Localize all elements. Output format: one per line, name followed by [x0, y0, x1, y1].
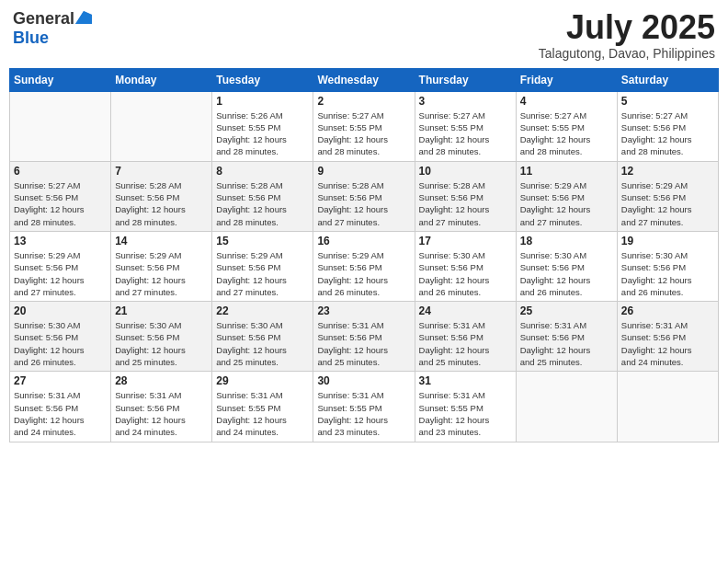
day-info: Sunrise: 5:30 AMSunset: 5:56 PMDaylight:…: [216, 319, 309, 368]
day-number: 22: [216, 304, 309, 317]
calendar-week-row: 1Sunrise: 5:26 AMSunset: 5:55 PMDaylight…: [10, 91, 719, 161]
day-info: Sunrise: 5:28 AMSunset: 5:56 PMDaylight:…: [317, 179, 410, 228]
day-number: 17: [419, 235, 512, 247]
table-row: 6Sunrise: 5:27 AMSunset: 5:56 PMDaylight…: [10, 161, 111, 231]
table-row: 28Sunrise: 5:31 AMSunset: 5:56 PMDayligh…: [111, 372, 212, 442]
table-row: 30Sunrise: 5:31 AMSunset: 5:55 PMDayligh…: [313, 372, 415, 442]
day-info: Sunrise: 5:31 AMSunset: 5:55 PMDaylight:…: [419, 389, 512, 438]
day-info: Sunrise: 5:31 AMSunset: 5:55 PMDaylight:…: [216, 389, 309, 438]
day-number: 4: [520, 95, 613, 108]
svg-marker-1: [75, 11, 92, 24]
logo-wordmark: General Blue: [13, 9, 92, 48]
day-info: Sunrise: 5:31 AMSunset: 5:55 PMDaylight:…: [317, 389, 410, 438]
day-info: Sunrise: 5:29 AMSunset: 5:56 PMDaylight:…: [216, 249, 309, 298]
col-friday: Friday: [516, 68, 617, 91]
day-number: 8: [216, 165, 309, 178]
month-year-title: July 2025: [539, 9, 715, 46]
day-info: Sunrise: 5:31 AMSunset: 5:56 PMDaylight:…: [115, 389, 208, 438]
day-info: Sunrise: 5:31 AMSunset: 5:56 PMDaylight:…: [520, 319, 613, 368]
day-number: 15: [216, 235, 309, 247]
day-info: Sunrise: 5:29 AMSunset: 5:56 PMDaylight:…: [115, 249, 208, 298]
day-number: 6: [14, 165, 107, 178]
day-number: 16: [317, 235, 410, 247]
title-block: July 2025 Talagutong, Davao, Philippines: [539, 9, 715, 61]
day-info: Sunrise: 5:29 AMSunset: 5:56 PMDaylight:…: [621, 179, 714, 228]
day-number: 19: [621, 235, 714, 247]
day-number: 18: [520, 235, 613, 247]
day-number: 2: [317, 95, 410, 108]
day-info: Sunrise: 5:31 AMSunset: 5:56 PMDaylight:…: [621, 319, 714, 368]
day-info: Sunrise: 5:31 AMSunset: 5:56 PMDaylight:…: [317, 319, 410, 368]
day-info: Sunrise: 5:27 AMSunset: 5:56 PMDaylight:…: [621, 109, 714, 158]
day-number: 13: [14, 235, 107, 247]
calendar-week-row: 13Sunrise: 5:29 AMSunset: 5:56 PMDayligh…: [10, 231, 719, 301]
day-info: Sunrise: 5:30 AMSunset: 5:56 PMDaylight:…: [419, 249, 512, 298]
table-row: 3Sunrise: 5:27 AMSunset: 5:55 PMDaylight…: [415, 91, 516, 161]
day-info: Sunrise: 5:28 AMSunset: 5:56 PMDaylight:…: [115, 179, 208, 228]
table-row: 24Sunrise: 5:31 AMSunset: 5:56 PMDayligh…: [415, 302, 516, 372]
day-info: Sunrise: 5:31 AMSunset: 5:56 PMDaylight:…: [419, 319, 512, 368]
col-tuesday: Tuesday: [212, 68, 313, 91]
day-info: Sunrise: 5:26 AMSunset: 5:55 PMDaylight:…: [216, 109, 309, 158]
day-number: 25: [520, 304, 613, 317]
day-number: 31: [419, 374, 512, 387]
day-number: 14: [115, 235, 208, 247]
table-row: 29Sunrise: 5:31 AMSunset: 5:55 PMDayligh…: [212, 372, 313, 442]
table-row: 5Sunrise: 5:27 AMSunset: 5:56 PMDaylight…: [617, 91, 718, 161]
day-info: Sunrise: 5:28 AMSunset: 5:56 PMDaylight:…: [419, 179, 512, 228]
table-row: 11Sunrise: 5:29 AMSunset: 5:56 PMDayligh…: [516, 161, 617, 231]
col-sunday: Sunday: [10, 68, 111, 91]
day-number: 28: [115, 374, 208, 387]
day-number: 29: [216, 374, 309, 387]
page-header: General Blue July 2025 Talagutong, Davao…: [9, 9, 719, 61]
table-row: 14Sunrise: 5:29 AMSunset: 5:56 PMDayligh…: [111, 231, 212, 301]
calendar-table: Sunday Monday Tuesday Wednesday Thursday…: [9, 68, 719, 442]
table-row: 18Sunrise: 5:30 AMSunset: 5:56 PMDayligh…: [516, 231, 617, 301]
day-info: Sunrise: 5:30 AMSunset: 5:56 PMDaylight:…: [520, 249, 613, 298]
day-number: 10: [419, 165, 512, 178]
col-saturday: Saturday: [617, 68, 718, 91]
table-row: 4Sunrise: 5:27 AMSunset: 5:55 PMDaylight…: [516, 91, 617, 161]
table-row: 12Sunrise: 5:29 AMSunset: 5:56 PMDayligh…: [617, 161, 718, 231]
table-row: [111, 91, 212, 161]
day-info: Sunrise: 5:31 AMSunset: 5:56 PMDaylight:…: [14, 389, 107, 438]
location-subtitle: Talagutong, Davao, Philippines: [539, 46, 715, 61]
col-thursday: Thursday: [415, 68, 516, 91]
logo-general: General: [13, 9, 74, 28]
logo-blue: Blue: [13, 29, 49, 47]
day-info: Sunrise: 5:29 AMSunset: 5:56 PMDaylight:…: [14, 249, 107, 298]
day-info: Sunrise: 5:30 AMSunset: 5:56 PMDaylight:…: [115, 319, 208, 368]
table-row: 31Sunrise: 5:31 AMSunset: 5:55 PMDayligh…: [415, 372, 516, 442]
calendar-week-row: 27Sunrise: 5:31 AMSunset: 5:56 PMDayligh…: [10, 372, 719, 442]
day-info: Sunrise: 5:27 AMSunset: 5:55 PMDaylight:…: [520, 109, 613, 158]
day-number: 20: [14, 304, 107, 317]
calendar-week-row: 6Sunrise: 5:27 AMSunset: 5:56 PMDaylight…: [10, 161, 719, 231]
day-info: Sunrise: 5:29 AMSunset: 5:56 PMDaylight:…: [317, 249, 410, 298]
day-number: 27: [14, 374, 107, 387]
day-info: Sunrise: 5:30 AMSunset: 5:56 PMDaylight:…: [14, 319, 107, 368]
table-row: 16Sunrise: 5:29 AMSunset: 5:56 PMDayligh…: [313, 231, 415, 301]
day-info: Sunrise: 5:29 AMSunset: 5:56 PMDaylight:…: [520, 179, 613, 228]
table-row: 26Sunrise: 5:31 AMSunset: 5:56 PMDayligh…: [617, 302, 718, 372]
col-wednesday: Wednesday: [313, 68, 415, 91]
table-row: [516, 372, 617, 442]
day-number: 30: [317, 374, 410, 387]
day-number: 12: [621, 165, 714, 178]
day-info: Sunrise: 5:27 AMSunset: 5:56 PMDaylight:…: [14, 179, 107, 228]
logo-icon: [75, 11, 92, 24]
table-row: 19Sunrise: 5:30 AMSunset: 5:56 PMDayligh…: [617, 231, 718, 301]
day-info: Sunrise: 5:27 AMSunset: 5:55 PMDaylight:…: [317, 109, 410, 158]
day-number: 7: [115, 165, 208, 178]
day-info: Sunrise: 5:28 AMSunset: 5:56 PMDaylight:…: [216, 179, 309, 228]
table-row: 13Sunrise: 5:29 AMSunset: 5:56 PMDayligh…: [10, 231, 111, 301]
table-row: 10Sunrise: 5:28 AMSunset: 5:56 PMDayligh…: [415, 161, 516, 231]
table-row: 9Sunrise: 5:28 AMSunset: 5:56 PMDaylight…: [313, 161, 415, 231]
calendar-week-row: 20Sunrise: 5:30 AMSunset: 5:56 PMDayligh…: [10, 302, 719, 372]
table-row: 25Sunrise: 5:31 AMSunset: 5:56 PMDayligh…: [516, 302, 617, 372]
logo: General Blue: [13, 9, 92, 48]
col-monday: Monday: [111, 68, 212, 91]
day-number: 1: [216, 95, 309, 108]
table-row: 20Sunrise: 5:30 AMSunset: 5:56 PMDayligh…: [10, 302, 111, 372]
day-number: 9: [317, 165, 410, 178]
day-info: Sunrise: 5:30 AMSunset: 5:56 PMDaylight:…: [621, 249, 714, 298]
